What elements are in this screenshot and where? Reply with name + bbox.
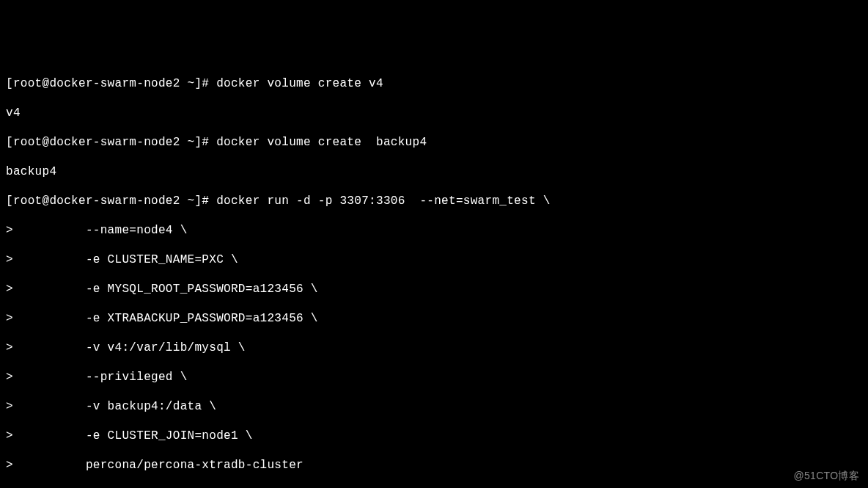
terminal-line: [root@docker-swarm-node2 ~]# docker run … xyxy=(6,194,868,208)
terminal-line: > --privileged \ xyxy=(6,370,868,385)
terminal-line: > -e XTRABACKUP_PASSWORD=a123456 \ xyxy=(6,311,868,326)
terminal-line: > -e CLUSTER_JOIN=node1 \ xyxy=(6,429,868,443)
terminal-line: > -e CLUSTER_NAME=PXC \ xyxy=(6,252,868,267)
terminal-line: > --name=node4 \ xyxy=(6,223,868,238)
terminal-line: [root@docker-swarm-node2 ~]# docker volu… xyxy=(6,135,868,150)
terminal-line: [root@docker-swarm-node2 ~]# docker volu… xyxy=(6,76,868,91)
terminal-line: > percona/percona-xtradb-cluster xyxy=(6,458,868,473)
watermark-text: @51CTO博客 xyxy=(794,470,859,483)
terminal-line: > -e MYSQL_ROOT_PASSWORD=a123456 \ xyxy=(6,282,868,296)
terminal-line: v4 xyxy=(6,106,868,120)
terminal-line: backup4 xyxy=(6,164,868,179)
terminal-line: > -v v4:/var/lib/mysql \ xyxy=(6,340,868,355)
terminal-line: > -v backup4:/data \ xyxy=(6,399,868,414)
terminal-output[interactable]: [root@docker-swarm-node2 ~]# docker volu… xyxy=(6,62,868,488)
